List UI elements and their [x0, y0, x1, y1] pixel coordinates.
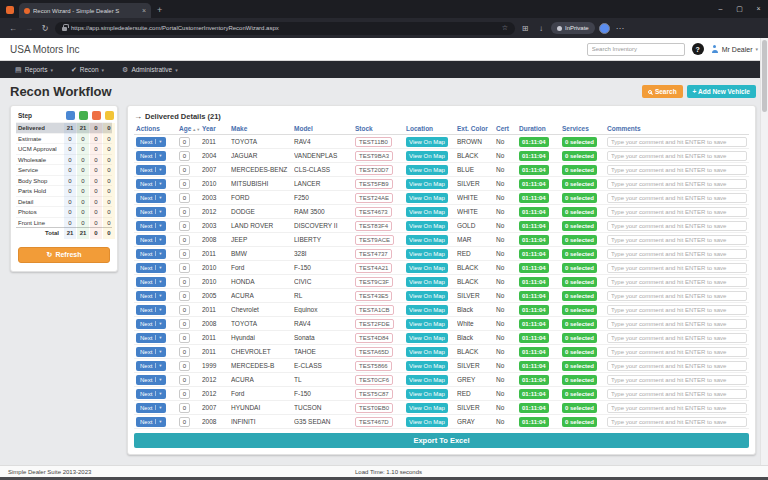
- comment-input[interactable]: [607, 207, 747, 217]
- step-row[interactable]: Front Line 0 0 0 0: [16, 217, 112, 228]
- add-new-vehicle-button[interactable]: + Add New Vehicle: [687, 85, 756, 98]
- comment-input[interactable]: [607, 179, 747, 189]
- services-badge[interactable]: 0 selected: [562, 347, 597, 357]
- services-badge[interactable]: 0 selected: [562, 179, 597, 189]
- comment-input[interactable]: [607, 137, 747, 147]
- comment-input[interactable]: [607, 151, 747, 161]
- view-on-map-button[interactable]: View On Map: [406, 403, 448, 413]
- downloads-icon[interactable]: ↓: [535, 24, 547, 33]
- stock-badge[interactable]: TEST0CF6: [355, 375, 393, 385]
- services-badge[interactable]: 0 selected: [562, 389, 597, 399]
- view-on-map-button[interactable]: View On Map: [406, 193, 448, 203]
- scrollbar-thumb[interactable]: [762, 40, 767, 112]
- view-on-map-button[interactable]: View On Map: [406, 375, 448, 385]
- user-menu[interactable]: Mr Dealer ▾: [711, 45, 758, 53]
- next-action-button[interactable]: Next ▾: [136, 319, 166, 329]
- column-header-make[interactable]: Make: [231, 125, 291, 132]
- next-action-button[interactable]: Next ▾: [136, 403, 166, 413]
- view-on-map-button[interactable]: View On Map: [406, 319, 448, 329]
- comment-input[interactable]: [607, 319, 747, 329]
- stock-badge[interactable]: TESTA65D: [355, 347, 393, 357]
- next-action-button[interactable]: Next ▾: [136, 193, 166, 203]
- stock-badge[interactable]: TEST4673: [355, 207, 392, 217]
- services-badge[interactable]: 0 selected: [562, 193, 597, 203]
- view-on-map-button[interactable]: View On Map: [406, 277, 448, 287]
- stock-badge[interactable]: TEST20D7: [355, 165, 393, 175]
- browser-menu-icon[interactable]: ⋯: [614, 24, 626, 33]
- next-action-button[interactable]: Next ▾: [136, 179, 166, 189]
- nav-item-recon[interactable]: ✔ Recon ▾: [62, 61, 113, 78]
- view-on-map-button[interactable]: View On Map: [406, 389, 448, 399]
- stock-badge[interactable]: TEST4A21: [355, 263, 392, 273]
- age-input[interactable]: 0: [179, 263, 190, 273]
- next-action-button[interactable]: Next ▾: [136, 361, 166, 371]
- comment-input[interactable]: [607, 291, 747, 301]
- view-on-map-button[interactable]: View On Map: [406, 333, 448, 343]
- services-badge[interactable]: 0 selected: [562, 277, 597, 287]
- export-to-excel-button[interactable]: Export To Excel: [134, 433, 749, 448]
- next-action-button[interactable]: Next ▾: [136, 249, 166, 259]
- services-badge[interactable]: 0 selected: [562, 417, 597, 427]
- age-input[interactable]: 0: [179, 347, 190, 357]
- next-action-button[interactable]: Next ▾: [136, 221, 166, 231]
- services-badge[interactable]: 0 selected: [562, 403, 597, 413]
- services-badge[interactable]: 0 selected: [562, 305, 597, 315]
- comment-input[interactable]: [607, 165, 747, 175]
- services-badge[interactable]: 0 selected: [562, 165, 597, 175]
- column-header-ext-color[interactable]: Ext. Color: [457, 125, 493, 132]
- stock-badge[interactable]: TEST2FDE: [355, 319, 394, 329]
- new-tab-button[interactable]: +: [157, 5, 162, 15]
- age-input[interactable]: 0: [179, 235, 190, 245]
- stock-badge[interactable]: TEST83F4: [355, 221, 392, 231]
- age-input[interactable]: 0: [179, 193, 190, 203]
- age-input[interactable]: 0: [179, 319, 190, 329]
- view-on-map-button[interactable]: View On Map: [406, 179, 448, 189]
- stock-badge[interactable]: TEST9C3F: [355, 277, 393, 287]
- forward-icon[interactable]: →: [23, 24, 35, 33]
- column-header-stock[interactable]: Stock: [355, 125, 403, 132]
- column-header-services[interactable]: Services: [562, 125, 604, 132]
- services-badge[interactable]: 0 selected: [562, 319, 597, 329]
- age-input[interactable]: 0: [179, 165, 190, 175]
- stock-badge[interactable]: TEST5866: [355, 361, 392, 371]
- services-badge[interactable]: 0 selected: [562, 151, 597, 161]
- step-row[interactable]: Detail 0 0 0 0: [16, 196, 112, 207]
- age-input[interactable]: 0: [179, 305, 190, 315]
- step-row[interactable]: UCM Approval 0 0 0 0: [16, 143, 112, 154]
- column-header-cert[interactable]: Cert: [496, 125, 516, 132]
- age-input[interactable]: 0: [179, 277, 190, 287]
- next-action-button[interactable]: Next ▾: [136, 347, 166, 357]
- next-action-button[interactable]: Next ▾: [136, 291, 166, 301]
- window-close-button[interactable]: ×: [749, 0, 768, 18]
- services-badge[interactable]: 0 selected: [562, 361, 597, 371]
- comment-input[interactable]: [607, 221, 747, 231]
- next-action-button[interactable]: Next ▾: [136, 235, 166, 245]
- tab-close-icon[interactable]: ×: [142, 7, 146, 14]
- window-maximize-button[interactable]: ▢: [730, 0, 749, 18]
- age-input[interactable]: 0: [179, 291, 190, 301]
- services-badge[interactable]: 0 selected: [562, 137, 597, 147]
- age-input[interactable]: 0: [179, 333, 190, 343]
- age-input[interactable]: 0: [179, 375, 190, 385]
- comment-input[interactable]: [607, 333, 747, 343]
- view-on-map-button[interactable]: View On Map: [406, 151, 448, 161]
- stock-badge[interactable]: TEST4737: [355, 249, 392, 259]
- stock-badge[interactable]: TEST5FB9: [355, 179, 393, 189]
- help-button[interactable]: ?: [692, 43, 704, 55]
- age-input[interactable]: 0: [179, 361, 190, 371]
- comment-input[interactable]: [607, 305, 747, 315]
- search-button[interactable]: Search: [642, 85, 683, 98]
- comment-input[interactable]: [607, 277, 747, 287]
- favorites-star-icon[interactable]: ☆: [502, 24, 508, 32]
- stock-badge[interactable]: TESTA1CB: [355, 305, 394, 315]
- view-on-map-button[interactable]: View On Map: [406, 305, 448, 315]
- step-row[interactable]: Parts Hold 0 0 0 0: [16, 185, 112, 196]
- services-badge[interactable]: 0 selected: [562, 263, 597, 273]
- view-on-map-button[interactable]: View On Map: [406, 165, 448, 175]
- refresh-button[interactable]: ↻ Refresh: [18, 247, 110, 263]
- next-action-button[interactable]: Next ▾: [136, 333, 166, 343]
- services-badge[interactable]: 0 selected: [562, 235, 597, 245]
- comment-input[interactable]: [607, 347, 747, 357]
- back-icon[interactable]: ←: [7, 24, 19, 33]
- vertical-scrollbar[interactable]: [760, 38, 768, 465]
